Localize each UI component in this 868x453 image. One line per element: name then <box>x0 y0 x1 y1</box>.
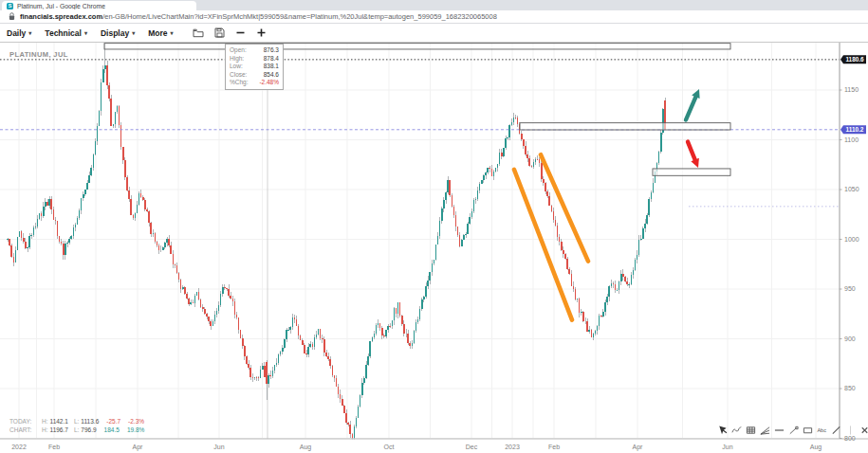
trend-line-icon[interactable] <box>788 425 799 436</box>
open-chart-button[interactable] <box>193 27 205 39</box>
plus-icon <box>256 27 267 38</box>
clear-icon[interactable] <box>859 425 868 436</box>
separator-icon <box>845 425 856 436</box>
svg-text:1180.6: 1180.6 <box>845 56 864 63</box>
svg-text:1050: 1050 <box>844 186 859 192</box>
rectangle-icon[interactable] <box>803 425 813 436</box>
svg-text:1100: 1100 <box>844 136 859 143</box>
browser-tab[interactable]: S Platinum, Jul - Google Chrome <box>2 1 196 10</box>
horizontal-line-icon[interactable] <box>774 425 785 436</box>
save-chart-button[interactable] <box>213 27 226 39</box>
svg-text:Aug: Aug <box>810 444 822 451</box>
trend-fan-icon[interactable] <box>760 425 770 436</box>
svg-text:Oct: Oct <box>384 444 395 450</box>
folder-icon <box>193 28 204 38</box>
svg-text:Apr: Apr <box>633 444 644 451</box>
menu-technical[interactable]: Technical <box>45 28 87 38</box>
svg-text:Jun: Jun <box>722 444 732 450</box>
svg-text:Aug: Aug <box>300 444 312 451</box>
zoom-out-button[interactable] <box>234 27 247 39</box>
session-stats: TODAY:H:1142.1L:1113.6-25.7-2.3% CHART:H… <box>9 417 144 434</box>
svg-text:1110.2: 1110.2 <box>846 126 864 133</box>
cursor-icon[interactable] <box>717 425 728 436</box>
menu-display[interactable]: Display <box>101 28 135 38</box>
svg-text:Dec: Dec <box>466 444 478 450</box>
svg-text:950: 950 <box>844 285 856 292</box>
toolbar-icon-group <box>193 27 268 39</box>
today-stats-row: TODAY:H:1142.1L:1113.6-25.7-2.3% <box>9 417 144 426</box>
ohlc-tooltip: Open:876.3 High:878.4 Low:838.1 Close:85… <box>225 44 284 90</box>
svg-text:1000: 1000 <box>844 236 859 243</box>
svg-text:Jun: Jun <box>213 444 224 450</box>
svg-text:850: 850 <box>844 385 856 391</box>
text-icon[interactable]: Abc <box>817 425 827 436</box>
tab-title: Platinum, Jul - Google Chrome <box>17 3 105 9</box>
symbol-label: PLATINUM, JUL <box>9 50 68 59</box>
url-domain: financials.spreadex.com <box>20 12 102 21</box>
chart-area[interactable]: 11501100105010009509008508002022FebAprJu… <box>0 42 868 453</box>
svg-text:900: 900 <box>844 335 856 342</box>
browser-window: S Platinum, Jul - Google Chrome financia… <box>0 0 868 453</box>
svg-text:Feb: Feb <box>48 444 60 450</box>
chart-toolbar: Daily Technical Display More <box>0 24 868 42</box>
site-favicon: S <box>7 3 13 9</box>
svg-text:2023: 2023 <box>505 444 520 450</box>
svg-text:2022: 2022 <box>11 444 27 450</box>
chart-stats-row: CHART:H:1196.7L:796.9184.519.8% <box>9 426 144 434</box>
menu-daily[interactable]: Daily <box>7 28 31 38</box>
svg-text:1150: 1150 <box>844 86 859 93</box>
fib-grid-icon[interactable] <box>746 425 756 436</box>
svg-text:Feb: Feb <box>548 444 560 450</box>
padlock-icon <box>9 12 15 21</box>
tooltip-close-row: Close:854.6 <box>230 71 279 80</box>
ray-icon[interactable] <box>831 425 841 436</box>
url-text: financials.spreadex.com/en-GB/Home/LiveC… <box>20 12 497 21</box>
tab-bar: S Platinum, Jul - Google Chrome <box>0 0 868 10</box>
url-path: /en-GB/Home/LiveChartMain?id=XFinSprMchM… <box>102 12 497 21</box>
drawing-toolbar: Abc <box>717 425 868 436</box>
tooltip-open-row: Open:876.3 <box>230 46 279 55</box>
svg-text:Abc: Abc <box>817 427 826 433</box>
menu-more[interactable]: More <box>148 28 173 38</box>
floppy-icon <box>214 27 225 38</box>
tooltip-pctchg-row: %Chg:-2.48% <box>230 79 279 87</box>
minus-icon <box>235 27 246 38</box>
tooltip-low-row: Low:838.1 <box>230 63 279 71</box>
tooltip-high-row: High:878.4 <box>230 55 279 63</box>
polyline-icon[interactable] <box>731 425 742 436</box>
svg-text:Apr: Apr <box>133 444 144 451</box>
price-chart-canvas[interactable]: 11501100105010009509008508002022FebAprJu… <box>0 43 868 453</box>
address-bar[interactable]: financials.spreadex.com/en-GB/Home/LiveC… <box>0 10 868 24</box>
zoom-in-button[interactable] <box>255 27 268 39</box>
